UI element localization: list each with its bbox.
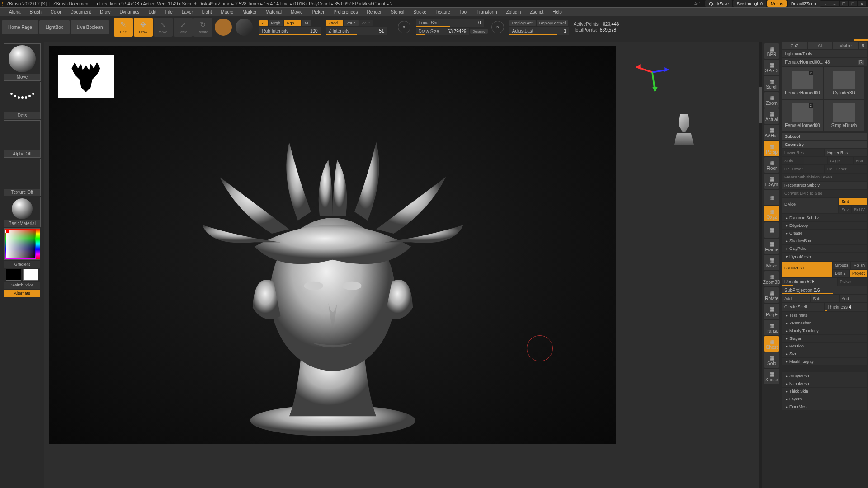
menu-brush[interactable]: Brush <box>25 9 46 14</box>
divide-button[interactable]: Divide <box>782 198 838 213</box>
camera-head-icon[interactable] <box>670 114 698 150</box>
section-stager[interactable]: Stager <box>782 335 867 342</box>
menu-light[interactable]: Light <box>198 9 217 14</box>
sculptris-toggle[interactable] <box>236 19 253 36</box>
swatch-primary[interactable] <box>23 269 38 281</box>
section-shadowbox[interactable]: ShadowBox <box>782 237 867 244</box>
groups-toggle[interactable]: Groups <box>833 262 851 269</box>
menu-preferences[interactable]: Preferences <box>329 9 362 14</box>
section-claypolish[interactable]: ClayPolish <box>782 245 867 252</box>
gizmo-toggle[interactable] <box>215 19 232 36</box>
alpha-selector[interactable]: Alpha Off <box>4 120 41 158</box>
vtool-zoom[interactable]: ▦Zoom <box>764 92 779 108</box>
color-picker[interactable] <box>4 228 40 260</box>
vtool-lsym[interactable]: ▦L.Sym <box>764 174 779 189</box>
material-selector[interactable]: BasicMaterial <box>4 197 41 227</box>
window-close-icon[interactable]: ✕ <box>858 1 866 6</box>
section-layers[interactable]: Layers <box>782 395 867 403</box>
mode-edit[interactable]: ✎Edit <box>114 18 133 37</box>
section-nanomesh[interactable]: NanoMesh <box>782 380 867 387</box>
sub-button[interactable]: Sub <box>811 295 838 302</box>
replay-last-rel-button[interactable]: ReplayLastRel <box>537 20 568 26</box>
s-curve-icon[interactable]: S <box>398 21 410 33</box>
menu-file[interactable]: File <box>161 9 177 14</box>
dynamesh-header[interactable]: DynaMesh <box>782 253 867 261</box>
window-help-icon[interactable]: ? <box>821 1 830 6</box>
blur-slider[interactable]: Blur 2 <box>833 270 849 277</box>
vtool-persp[interactable]: ▦Persp <box>764 141 779 156</box>
chip-a[interactable]: A <box>259 20 268 26</box>
add-button[interactable]: Add <box>782 295 810 302</box>
seethrough-slider[interactable]: See-through 0 <box>733 0 766 7</box>
menus-button[interactable]: Menus <box>767 0 787 7</box>
menu-texture[interactable]: Texture <box>431 9 455 14</box>
window-min-icon[interactable]: – <box>830 1 839 6</box>
reuv-button[interactable]: ReUV <box>852 206 867 213</box>
subprojection-slider[interactable]: SubProjection 0.6 <box>782 286 867 294</box>
tool-name-field[interactable]: FemaleHorned001. 48R <box>782 58 867 66</box>
section-size[interactable]: Size <box>782 350 867 357</box>
adjust-last-slider[interactable]: AdjustLast1 <box>509 27 569 35</box>
z-intensity-slider[interactable]: Z Intensity51 <box>326 27 387 35</box>
menu-edit[interactable]: Edit <box>144 9 160 14</box>
menu-zplugin[interactable]: Zplugin <box>502 9 526 14</box>
mode-rotate[interactable]: ↻Rotate <box>193 18 212 37</box>
vtool-move[interactable]: ▦Move <box>764 255 779 270</box>
subtool-header[interactable]: Subtool <box>782 133 867 140</box>
reference-thumbnail[interactable] <box>58 55 114 98</box>
chip-zsub[interactable]: Zsub <box>344 20 359 26</box>
menu-movie[interactable]: Movie <box>286 9 307 14</box>
geometry-header[interactable]: Geometry <box>782 141 867 148</box>
section-arraymesh[interactable]: ArrayMesh <box>782 372 867 380</box>
menu-marker[interactable]: Marker <box>238 9 261 14</box>
goz-button[interactable]: GoZ <box>782 42 807 49</box>
draw-size-slider[interactable]: Draw Size53.79429 <box>416 28 469 35</box>
gradient-button[interactable]: Gradient <box>4 261 40 268</box>
window-max-icon[interactable]: ▢ <box>849 1 857 6</box>
del-lower-button[interactable]: Del Lower <box>782 165 824 173</box>
section-tessimate[interactable]: Tessimate <box>782 312 867 319</box>
higher-res-button[interactable]: Higher Res <box>825 149 867 156</box>
section-thickskin[interactable]: Thick Skin <box>782 388 867 395</box>
vtool-xpose[interactable]: ▦Xpose <box>764 369 779 384</box>
smt-toggle[interactable]: Smt <box>839 198 867 205</box>
brush-selector[interactable]: Move <box>4 43 41 81</box>
vtool-spix3[interactable]: ▦SPix 3 <box>764 60 779 75</box>
menu-render[interactable]: Render <box>362 9 386 14</box>
section-edgeloop[interactable]: EdgeLoop <box>782 222 867 229</box>
quicksave-button[interactable]: QuickSave <box>705 0 732 7</box>
menu-draw[interactable]: Draw <box>95 9 115 14</box>
cage-button[interactable]: Cage <box>828 157 853 164</box>
thickness-slider[interactable]: Thickness 4 <box>825 303 867 311</box>
section-zremesher[interactable]: ZRemesher <box>782 319 867 327</box>
vtool-actual[interactable]: ▦Actual <box>764 108 779 124</box>
section-position[interactable]: Position <box>782 343 867 350</box>
sdiv-slider[interactable]: SDiv <box>782 157 827 164</box>
menu-dynamics[interactable]: Dynamics <box>115 9 144 14</box>
stroke-selector[interactable]: Dots <box>4 82 41 119</box>
mode-move[interactable]: ⤡Move <box>154 18 173 37</box>
defaultzscript-button[interactable]: DefaultZScript <box>788 0 821 7</box>
menu-material[interactable]: Material <box>261 9 286 14</box>
menu-stencil[interactable]: Stencil <box>386 9 409 14</box>
rstr-button[interactable]: Rstr <box>854 157 867 164</box>
section-dynamicsubdiv[interactable]: Dynamic Subdiv <box>782 214 867 221</box>
alternate-button[interactable]: Alternate <box>4 290 40 297</box>
project-toggle[interactable]: Project <box>850 270 867 277</box>
goz-r-button[interactable]: R <box>859 42 867 49</box>
menu-stroke[interactable]: Stroke <box>409 9 431 14</box>
vtool-bpr[interactable]: ▦BPR <box>764 43 779 59</box>
tab-lightbox[interactable]: LightBox <box>39 20 70 34</box>
chip-zcut[interactable]: Zcut <box>359 20 373 26</box>
vtool-blank[interactable]: ▦ <box>764 222 779 238</box>
create-shell-button[interactable]: Create Shell <box>782 303 824 311</box>
reconstruct-subdiv-button[interactable]: Reconstruct Subdiv <box>782 182 867 189</box>
vtool-scroll[interactable]: ▦Scroll <box>764 76 779 91</box>
vtool-transp[interactable]: ▦Transp <box>764 320 779 335</box>
vtool-ghost[interactable]: ▦Ghost <box>764 336 779 352</box>
chip-rgb[interactable]: Rgb <box>284 20 301 26</box>
suv-toggle[interactable]: Suv <box>839 206 851 213</box>
tool-tile[interactable]: SimpleBrush <box>824 100 864 131</box>
switch-color-button[interactable]: SwitchColor <box>4 282 40 289</box>
window-restore-icon[interactable]: ❐ <box>840 1 848 6</box>
